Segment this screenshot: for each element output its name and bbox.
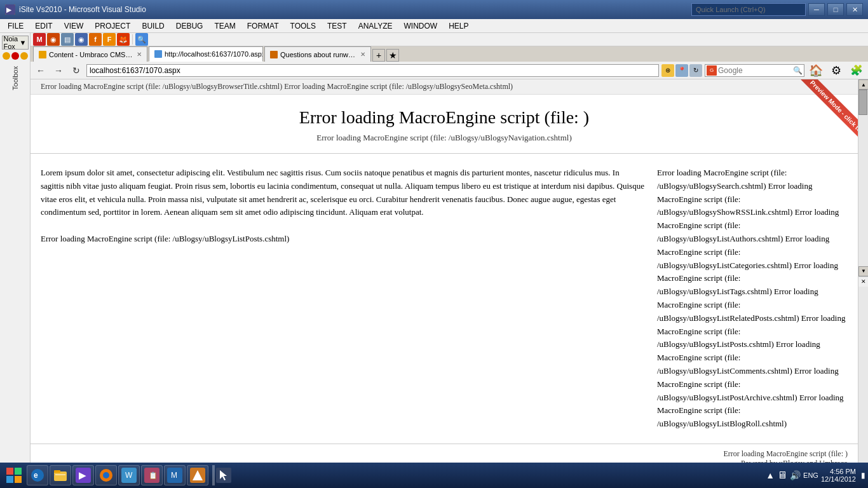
menu-build[interactable]: BUILD bbox=[137, 20, 169, 32]
svg-text:▶: ▶ bbox=[79, 470, 86, 480]
preview-ribbon: Preview Mode - click to end bbox=[782, 79, 858, 156]
back-button[interactable]: ← bbox=[33, 64, 48, 78]
start-button[interactable] bbox=[3, 464, 25, 487]
bookmark-search-icon[interactable]: 🔍 bbox=[135, 33, 148, 46]
menu-team[interactable]: TEAM bbox=[209, 20, 240, 32]
taskbar-btn-8[interactable] bbox=[187, 465, 208, 485]
svg-text:W: W bbox=[125, 471, 133, 480]
left-panel: Noia Fox ▼ Toolbox bbox=[0, 33, 31, 463]
browser-settings-icon[interactable]: ⚙ bbox=[827, 62, 845, 79]
scroll-thumb[interactable] bbox=[858, 90, 867, 115]
tab-addon-icon[interactable]: ★ bbox=[386, 49, 399, 62]
bookmark-icon-2[interactable]: ▤ bbox=[61, 33, 74, 46]
reload-button[interactable]: ↻ bbox=[69, 64, 84, 78]
taskbar-explorer-button[interactable] bbox=[50, 465, 71, 485]
svg-rect-2 bbox=[6, 468, 13, 475]
footer-error: Error loading MacroEngine script (file: … bbox=[41, 449, 848, 459]
icon-7: M bbox=[167, 468, 182, 483]
scroll-down-button[interactable]: ▼ bbox=[858, 266, 868, 276]
scroll-up-button[interactable]: ▲ bbox=[858, 79, 868, 90]
window-title: iSite Vs2010 - Microsoft Visual Studio bbox=[19, 5, 146, 14]
tray-show-hidden-icon[interactable]: ▲ bbox=[766, 470, 775, 480]
address-input[interactable] bbox=[86, 64, 659, 77]
taskbar-btn-7[interactable]: M bbox=[164, 465, 186, 485]
taskbar-vs-button[interactable]: ▶ bbox=[72, 465, 94, 485]
taskbar-firefox-button[interactable] bbox=[95, 465, 117, 485]
body-paragraph: Lorem ipsum dolor sit amet, consectetur … bbox=[41, 166, 644, 219]
menu-analyze[interactable]: ANALYZE bbox=[353, 20, 398, 32]
traffic-lights bbox=[1, 51, 29, 61]
forward-button[interactable]: → bbox=[51, 64, 66, 78]
refresh-icon[interactable]: ↻ bbox=[689, 64, 702, 77]
tab-questions-close-icon[interactable]: ✕ bbox=[360, 51, 365, 58]
icon-5: W bbox=[121, 468, 137, 483]
menu-help[interactable]: HELP bbox=[444, 20, 473, 32]
tray-network-icon[interactable]: 🖥 bbox=[777, 470, 787, 481]
task-separator bbox=[212, 465, 215, 485]
bookmark-icon-3[interactable]: ◉ bbox=[75, 33, 88, 46]
tab-umbraco-favicon bbox=[39, 51, 46, 58]
body-error-text: Error loading MacroEngine script (file: … bbox=[41, 233, 644, 246]
menu-edit[interactable]: EDIT bbox=[30, 20, 57, 32]
menu-project[interactable]: PROJECT bbox=[90, 20, 135, 32]
search-input[interactable] bbox=[717, 66, 793, 75]
content-area: Preview Mode - click to end Error loadin… bbox=[31, 79, 858, 473]
menu-file[interactable]: FILE bbox=[3, 20, 29, 32]
svg-rect-4 bbox=[6, 476, 13, 483]
search-submit-icon[interactable]: 🔍 bbox=[793, 66, 803, 75]
location-icon[interactable]: 📍 bbox=[675, 64, 688, 77]
noia-fox-button[interactable]: Noia Fox ▼ bbox=[2, 36, 29, 50]
bookmark-firefox-icon[interactable]: 🦊 bbox=[117, 33, 130, 46]
bookmark-bar: M ◉ ▤ ◉ f F 🦊 🔍 bbox=[31, 33, 868, 46]
menu-tools[interactable]: TOOLS bbox=[285, 20, 321, 32]
menu-view[interactable]: VIEW bbox=[59, 20, 89, 32]
sidebar-text-area: Error loading MacroEngine script (file: … bbox=[657, 166, 848, 431]
tab-questions[interactable]: Questions about runway and modul... ✕ bbox=[264, 46, 371, 62]
browser-tab-bar: Content - Umbraco CMS - localhost ✕ http… bbox=[31, 46, 868, 62]
menu-window[interactable]: WINDOW bbox=[398, 20, 442, 32]
rss-icon[interactable]: ⊛ bbox=[661, 64, 674, 77]
clock-date: 12/14/2012 bbox=[821, 475, 856, 483]
svg-text:📋: 📋 bbox=[149, 471, 158, 480]
quick-launch-input[interactable] bbox=[691, 3, 806, 16]
svg-rect-8 bbox=[54, 471, 67, 481]
cursor-icon bbox=[216, 468, 231, 483]
search-container: G 🔍 bbox=[705, 64, 804, 77]
browser-area: M ◉ ▤ ◉ f F 🦊 🔍 bbox=[31, 33, 868, 463]
tab-umbraco[interactable]: Content - Umbraco CMS - localhost ✕ bbox=[33, 46, 147, 62]
tab-umbraco-close-icon[interactable]: ✕ bbox=[137, 51, 142, 58]
maximize-button[interactable]: □ bbox=[827, 3, 844, 16]
taskbar-btn-6[interactable]: 📋 bbox=[141, 465, 163, 485]
taskbar-btn-5[interactable]: W bbox=[118, 465, 140, 485]
bookmark-icon-1[interactable]: ◉ bbox=[47, 33, 60, 46]
title-bar-left: ▶ iSite Vs2010 - Microsoft Visual Studio bbox=[5, 4, 146, 15]
minimize-button[interactable]: ─ bbox=[808, 3, 825, 16]
toolbox-sidebar[interactable]: Toolbox bbox=[11, 66, 19, 461]
menu-debug[interactable]: DEBUG bbox=[171, 20, 208, 32]
tab-questions-label: Questions about runway and modul... bbox=[280, 51, 356, 58]
new-tab-button[interactable]: + bbox=[372, 49, 385, 62]
menu-format[interactable]: FORMAT bbox=[242, 20, 284, 32]
content-body: Lorem ipsum dolor sit amet, consectetur … bbox=[31, 154, 858, 444]
menu-test[interactable]: TEST bbox=[322, 20, 352, 32]
taskbar-ie-button[interactable]: e bbox=[27, 465, 48, 485]
bookmark-gmail-icon[interactable]: M bbox=[33, 33, 46, 46]
tab-localhost[interactable]: http://localhost:61637/1070.aspx ✕ bbox=[149, 46, 263, 62]
browser-addon-icon[interactable]: 🧩 bbox=[848, 62, 865, 79]
sidebar-content: Error loading MacroEngine script (file: … bbox=[657, 166, 848, 431]
browser-home-icon[interactable]: 🏠 bbox=[807, 62, 825, 79]
preview-ribbon-text[interactable]: Preview Mode - click to end bbox=[789, 79, 858, 140]
svg-rect-9 bbox=[54, 470, 60, 473]
close-button[interactable]: ✕ bbox=[846, 3, 863, 16]
toolbox-label: Toolbox bbox=[11, 66, 19, 90]
tab-localhost-favicon bbox=[154, 50, 162, 58]
bookmark-icon-5[interactable]: F bbox=[103, 33, 116, 46]
browser-content-wrapper: Preview Mode - click to end Error loadin… bbox=[31, 79, 868, 473]
tray-language-label: ENG bbox=[803, 471, 818, 479]
show-desktop-icon[interactable]: ▮ bbox=[861, 471, 865, 480]
svg-text:M: M bbox=[171, 471, 177, 480]
vs-icon: ▶ bbox=[5, 4, 15, 15]
panel-expand-button[interactable]: ✕ bbox=[858, 276, 868, 287]
bookmark-icon-4[interactable]: f bbox=[89, 33, 102, 46]
tray-volume-icon[interactable]: 🔊 bbox=[790, 470, 801, 480]
